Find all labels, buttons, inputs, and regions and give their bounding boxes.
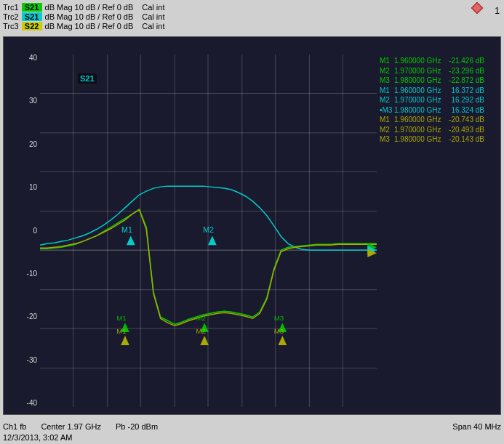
y-label-40: 40 [29,55,37,62]
trace-badge-2[interactable]: S21 [22,12,42,21]
marker-freq-3: 1.960000 GHz [394,86,447,96]
marker-row-7: M2 1.970000 GHz -20.493 dB [380,125,499,135]
marker-freq-7: 1.970000 GHz [394,125,447,135]
trace-cal-1: Cal int [142,3,164,12]
svg-text:M1: M1 [116,314,127,322]
trace-cal-2: Cal int [142,12,164,21]
marker-freq-2: 1.980000 GHz [394,76,447,86]
marker-val-0: -21.426 dB [448,56,484,66]
y-axis: 40 30 20 10 0 -10 -20 -30 -40 [4,55,40,407]
main-container: 1 Trc1 S21 dB Mag 10 dB / Ref 0 dB Cal i… [0,0,504,444]
marker-val-8: -20.143 dB [448,134,484,145]
svg-text:M1: M1 [121,225,132,234]
marker-id-4: M2 [380,95,393,105]
marker-id-6: M1 [380,115,393,125]
marker-id-8: M3 [380,134,393,145]
chart-area: 40 30 20 10 0 -10 -20 -30 -40 S21 [3,36,501,415]
marker-freq-1: 1.970000 GHz [394,66,447,76]
trace-cal-3: Cal int [142,22,164,31]
active-trace-label: S21 [78,73,97,84]
status-pb: Pb -20 dBm [116,422,158,431]
chart-svg: M1 M2 M1 M1 M2 M2 M3 M3 [40,55,377,407]
marker-freq-5: 1.980000 GHz [394,105,447,116]
y-label-10: 10 [29,184,37,191]
y-label-30: 30 [29,97,37,105]
status-ch: Ch1 fb [3,422,26,431]
chart-inner: S21 [40,55,377,407]
trace-row-1: Trc1 S21 dB Mag 10 dB / Ref 0 dB Cal int [3,3,501,12]
marker-freq-8: 1.980000 GHz [394,134,447,145]
marker-row-3: M1 1.960000 GHz 16.372 dB [380,86,499,96]
svg-text:M2: M2 [196,314,206,322]
marker-panel: M1 1.960000 GHz -21.426 dB M2 1.970000 G… [378,55,500,407]
marker-row-0: M1 1.960000 GHz -21.426 dB [380,56,499,66]
timestamp: 12/3/2013, 3:02 AM [3,433,72,442]
trace-id-2: Trc2 [3,12,19,21]
trace-id-3: Trc3 [3,22,19,31]
marker-id-5: •M3 [380,105,393,116]
marker-val-6: -20.743 dB [448,115,484,125]
marker-val-1: -23.296 dB [448,66,484,76]
trace-badge-1[interactable]: S21 [22,3,42,12]
marker-row-8: M3 1.980000 GHz -20.143 dB [380,134,499,145]
y-label-neg30: -30 [27,357,37,364]
marker-id-1: M2 [380,66,393,76]
marker-row-5: •M3 1.980000 GHz 16.324 dB [380,105,499,116]
marker-val-2: -22.872 dB [448,76,484,86]
svg-text:M2: M2 [203,225,214,234]
marker-val-4: 16.292 dB [448,95,484,105]
trace-params-2: dB Mag 10 dB / Ref 0 dB [45,12,134,21]
marker-id-2: M3 [380,76,393,86]
trace-row-2: Trc2 S21 dB Mag 10 dB / Ref 0 dB Cal int [3,12,501,21]
trace-row-3: Trc3 S22 dB Mag 10 dB / Ref 0 dB Cal int [3,22,501,31]
marker-val-5: 16.324 dB [448,105,484,116]
marker-freq-6: 1.960000 GHz [394,115,447,125]
status-bar: Ch1 fb Center 1.97 GHz Pb -20 dBm Span 4… [3,422,501,431]
trace-id-1: Trc1 [3,3,19,12]
y-label-neg10: -10 [27,270,37,278]
y-label-20: 20 [29,141,37,148]
svg-text:M1: M1 [116,327,127,335]
y-label-0: 0 [33,227,37,235]
marker-id-7: M2 [380,125,393,135]
svg-text:M3: M3 [274,327,284,335]
trace-badge-3[interactable]: S22 [22,22,42,31]
y-label-neg20: -20 [27,313,37,320]
marker-row-4: M2 1.970000 GHz 16.292 dB [380,95,499,105]
trace-params-1: dB Mag 10 dB / Ref 0 dB [45,3,134,12]
marker-val-3: 16.372 dB [448,86,484,96]
y-label-neg40: -40 [27,400,37,407]
marker-id-3: M1 [380,86,393,96]
svg-text:M2: M2 [196,327,206,335]
marker-freq-4: 1.970000 GHz [394,95,447,105]
marker-val-7: -20.493 dB [448,125,484,135]
trace-info-bar: Trc1 S21 dB Mag 10 dB / Ref 0 dB Cal int… [3,3,501,31]
svg-text:M3: M3 [274,314,284,322]
marker-freq-0: 1.960000 GHz [394,56,447,66]
trace-params-3: dB Mag 10 dB / Ref 0 dB [45,22,134,31]
status-span: Span 40 MHz [452,422,501,431]
status-center: Center 1.97 GHz [41,422,101,431]
marker-id-0: M1 [380,56,393,66]
marker-row-2: M3 1.980000 GHz -22.872 dB [380,76,499,86]
marker-row-1: M2 1.970000 GHz -23.296 dB [380,66,499,76]
marker-row-6: M1 1.960000 GHz -20.743 dB [380,115,499,125]
